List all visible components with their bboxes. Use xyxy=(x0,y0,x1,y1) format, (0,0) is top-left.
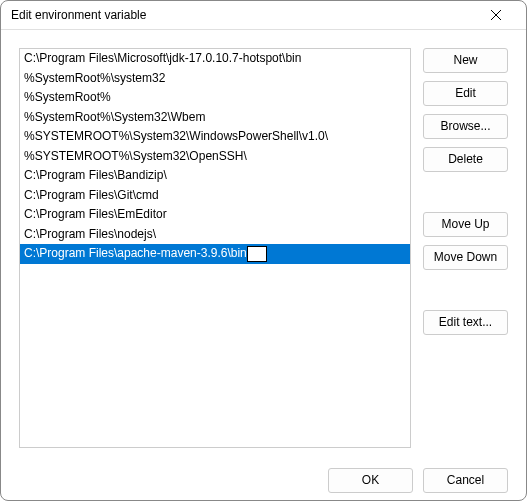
list-item[interactable]: C:\Program Files\Bandizip\ xyxy=(20,166,410,186)
close-icon xyxy=(491,10,501,20)
move-down-button[interactable]: Move Down xyxy=(423,245,508,270)
list-item[interactable]: %SYSTEMROOT%\System32\OpenSSH\ xyxy=(20,147,410,167)
dialog-footer: OK Cancel xyxy=(1,458,526,501)
titlebar: Edit environment variable xyxy=(1,1,526,30)
spacer xyxy=(423,278,508,302)
list-item[interactable]: %SystemRoot%\system32 xyxy=(20,69,410,89)
new-button[interactable]: New xyxy=(423,48,508,73)
list-item[interactable]: %SYSTEMROOT%\System32\WindowsPowerShell\… xyxy=(20,127,410,147)
browse-button[interactable]: Browse... xyxy=(423,114,508,139)
ok-button[interactable]: OK xyxy=(328,468,413,493)
list-item[interactable]: C:\Program Files\Microsoft\jdk-17.0.10.7… xyxy=(20,49,410,69)
list-item[interactable]: %SystemRoot%\System32\Wbem xyxy=(20,108,410,128)
list-item[interactable]: C:\Program Files\Git\cmd xyxy=(20,186,410,206)
move-up-button[interactable]: Move Up xyxy=(423,212,508,237)
edit-button[interactable]: Edit xyxy=(423,81,508,106)
list-item[interactable]: %SystemRoot% xyxy=(20,88,410,108)
inline-edit-input[interactable] xyxy=(247,246,267,262)
delete-button[interactable]: Delete xyxy=(423,147,508,172)
close-button[interactable] xyxy=(476,1,516,29)
window-title: Edit environment variable xyxy=(11,8,476,22)
list-item[interactable]: C:\Program Files\apache-maven-3.9.6\bin xyxy=(20,244,410,264)
spacer xyxy=(423,180,508,204)
list-item[interactable]: C:\Program Files\nodejs\ xyxy=(20,225,410,245)
cancel-button[interactable]: Cancel xyxy=(423,468,508,493)
list-item[interactable]: C:\Program Files\EmEditor xyxy=(20,205,410,225)
path-list[interactable]: C:\Program Files\Microsoft\jdk-17.0.10.7… xyxy=(19,48,411,448)
edit-text-button[interactable]: Edit text... xyxy=(423,310,508,335)
dialog-content: C:\Program Files\Microsoft\jdk-17.0.10.7… xyxy=(1,30,526,458)
button-column: New Edit Browse... Delete Move Up Move D… xyxy=(423,48,508,448)
